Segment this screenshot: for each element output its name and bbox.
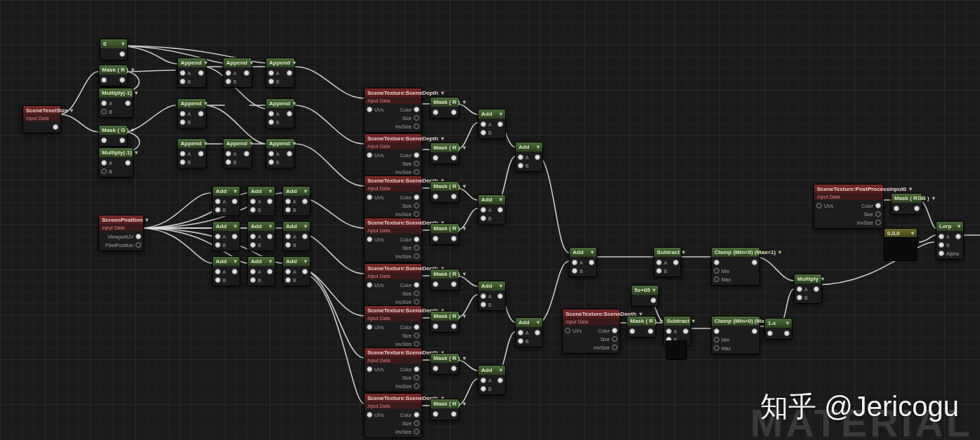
pin-size[interactable] xyxy=(414,161,419,166)
pin-invsize[interactable] xyxy=(612,345,618,350)
node-pairadd-2[interactable]: Add▾AB xyxy=(478,194,506,225)
pin-out[interactable] xyxy=(814,286,819,292)
pin-b[interactable] xyxy=(215,242,221,248)
pin-color[interactable] xyxy=(414,282,419,288)
node-mask-1[interactable]: Mask ( R )▾ xyxy=(430,97,459,119)
node-sum-all[interactable]: Add▾AB xyxy=(569,247,597,277)
pin-b[interactable] xyxy=(656,268,662,274)
node-add-c3[interactable]: Add▾AB xyxy=(282,256,311,286)
pin-a[interactable] xyxy=(656,260,662,265)
pin-size[interactable] xyxy=(414,203,419,208)
pin-a[interactable] xyxy=(285,269,291,274)
pin-uvs[interactable] xyxy=(367,412,372,418)
pin-color[interactable] xyxy=(414,412,419,418)
pin-b[interactable] xyxy=(250,242,256,248)
node-oneminus[interactable]: 1-x▾ xyxy=(764,318,792,340)
pin-min[interactable] xyxy=(714,268,719,274)
pin-a[interactable] xyxy=(215,199,221,204)
pin-b[interactable] xyxy=(180,159,185,165)
node-scenetexture-6[interactable]: SceneTexture:SceneDepth▾Input DataUVsCol… xyxy=(364,305,422,350)
pin-a[interactable] xyxy=(481,207,486,213)
pin-out[interactable] xyxy=(497,121,503,127)
pin-out[interactable] xyxy=(683,328,688,334)
pin-b[interactable] xyxy=(180,119,185,125)
node-append-a1[interactable]: Append▾AB xyxy=(177,58,207,88)
pin-color[interactable] xyxy=(414,152,419,158)
pin-color[interactable] xyxy=(612,328,618,333)
node-clamp-1[interactable]: Clamp (Min=0) (Max=1)▾MinMax xyxy=(711,247,760,286)
pin-uvs[interactable] xyxy=(565,328,570,333)
pin-b[interactable] xyxy=(572,268,577,274)
pin-a[interactable] xyxy=(939,234,944,239)
pin-out[interactable] xyxy=(198,111,204,116)
node-add-a3[interactable]: Add▾AB xyxy=(282,186,311,216)
node-lerp[interactable]: Lerp▾ABAlpha xyxy=(936,221,964,260)
pin-in[interactable] xyxy=(433,366,438,371)
node-scenetexture-3[interactable]: SceneTexture:SceneDepth▾Input DataUVsCol… xyxy=(364,175,422,220)
pin-color[interactable] xyxy=(414,236,419,242)
node-mask-4[interactable]: Mask ( R )▾ xyxy=(430,223,459,245)
pin-out[interactable] xyxy=(232,199,237,204)
node-append-c2[interactable]: Append▾AB xyxy=(223,138,252,168)
pin-size[interactable] xyxy=(414,115,419,121)
node-const-5e5[interactable]: 5e+05▾ xyxy=(631,285,659,307)
pin-color[interactable] xyxy=(414,107,419,112)
node-scenetexture-4[interactable]: SceneTexture:SceneDepth▾Input DataUVsCol… xyxy=(364,218,422,262)
pin-b[interactable] xyxy=(226,79,231,84)
node-subtract-1[interactable]: Subtract▾AB xyxy=(653,247,681,277)
pin-out[interactable] xyxy=(752,260,757,265)
pin-out[interactable] xyxy=(955,234,961,239)
pin-viewportuv[interactable] xyxy=(136,234,141,239)
pin-a[interactable] xyxy=(101,160,107,166)
pin-b[interactable] xyxy=(215,277,221,283)
pin-in[interactable] xyxy=(714,260,719,265)
pin-uvs[interactable] xyxy=(367,282,372,288)
pin-b[interactable] xyxy=(250,207,256,213)
pin-color[interactable] xyxy=(414,194,419,200)
node-append-b3[interactable]: Append▾AB xyxy=(266,98,295,128)
node-clamp-2[interactable]: Clamp (Min=0) (Max=1)▾MinMax xyxy=(711,316,760,354)
pin-a[interactable] xyxy=(285,234,291,239)
node-append-b1[interactable]: Append▾AB xyxy=(177,98,207,128)
pin-b[interactable] xyxy=(215,207,221,213)
pin-a[interactable] xyxy=(180,70,185,76)
pin-b[interactable] xyxy=(180,79,185,84)
node-pairadd-4[interactable]: Add▾AB xyxy=(478,365,506,395)
pin-out[interactable] xyxy=(267,199,273,204)
pin-out[interactable] xyxy=(648,328,653,334)
pin-out[interactable] xyxy=(651,298,656,303)
node-ppi[interactable]: SceneTexture:PostProcessInput0▾Input Dat… xyxy=(814,184,884,229)
pin-in[interactable] xyxy=(433,155,438,161)
pin-in[interactable] xyxy=(433,194,438,199)
pin-out[interactable] xyxy=(198,151,204,156)
pin-uvs[interactable] xyxy=(367,107,372,112)
node-append-c3[interactable]: Append▾AB xyxy=(266,138,295,168)
pin-out[interactable] xyxy=(53,124,58,130)
pin-invsize[interactable] xyxy=(414,124,419,129)
pin-color[interactable] xyxy=(875,203,881,208)
pin-out[interactable] xyxy=(535,330,540,335)
pin-out[interactable] xyxy=(451,236,457,241)
node-pairadd-6[interactable]: Add▾AB xyxy=(515,317,543,347)
pin-out[interactable] xyxy=(451,194,457,199)
pin-uvs[interactable] xyxy=(816,203,822,208)
node-pairadd-1[interactable]: Add▾AB xyxy=(478,109,506,139)
pin-color[interactable] xyxy=(414,366,419,372)
pin-out[interactable] xyxy=(125,100,131,106)
node-add-b1[interactable]: Add▾AB xyxy=(212,221,240,251)
node-add-a2[interactable]: Add▾AB xyxy=(247,186,275,216)
pin-b[interactable] xyxy=(518,338,523,344)
pin-uvs[interactable] xyxy=(367,366,372,372)
pin-in[interactable] xyxy=(101,138,107,143)
pin-a[interactable] xyxy=(285,199,291,204)
pin-invsize[interactable] xyxy=(414,299,419,305)
pin-invsize[interactable] xyxy=(414,211,419,217)
pin-out[interactable] xyxy=(119,138,125,143)
pin-b[interactable] xyxy=(939,242,944,248)
pin-b[interactable] xyxy=(101,168,107,174)
pin-a[interactable] xyxy=(180,111,185,116)
node-multiply-neg1-a[interactable]: Multiply(-1)▾ A B xyxy=(98,88,133,118)
pin-out[interactable] xyxy=(451,109,457,115)
pin-out[interactable] xyxy=(784,331,790,336)
pin-out[interactable] xyxy=(267,269,273,274)
